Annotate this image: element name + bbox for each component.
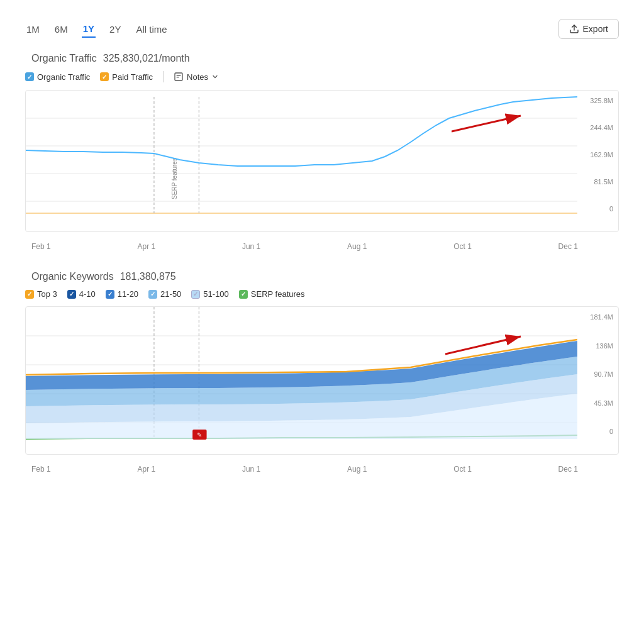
- filter-6m[interactable]: 6M: [53, 21, 69, 37]
- organic-keywords-svg-area: ✎: [26, 307, 577, 454]
- notes-icon: [174, 72, 184, 82]
- organic-traffic-checkbox: ✓: [25, 72, 34, 81]
- filter-all-time[interactable]: All time: [135, 21, 168, 37]
- 51to100-checkbox: ✓: [191, 290, 200, 299]
- legend-11to20[interactable]: ✓ 11-20: [106, 289, 138, 299]
- legend-21to50[interactable]: ✓ 21-50: [148, 289, 181, 299]
- export-icon: [569, 24, 579, 34]
- time-filters: 1M 6M 1Y 2Y All time: [25, 21, 169, 38]
- svg-line-13: [452, 116, 521, 131]
- filter-1m[interactable]: 1M: [25, 21, 41, 37]
- svg-text:✎: ✎: [197, 431, 202, 438]
- notes-button[interactable]: Notes: [174, 72, 219, 82]
- legend-organic-traffic[interactable]: ✓ Organic Traffic: [25, 72, 90, 82]
- time-filter-bar: 1M 6M 1Y 2Y All time Export: [25, 19, 619, 39]
- organic-traffic-section: Organic Traffic325,830,021/month ✓ Organ…: [25, 52, 619, 251]
- traffic-arrow: [452, 109, 527, 143]
- organic-keywords-x-axis: Feb 1 Apr 1 Jun 1 Aug 1 Oct 1 Dec 1: [25, 461, 619, 474]
- organic-keywords-legend: ✓ Top 3 ✓ 4-10 ✓ 11-20 ✓ 21-50 ✓ 51-100 …: [25, 289, 619, 299]
- filter-1y[interactable]: 1Y: [82, 21, 96, 38]
- organic-traffic-x-axis: Feb 1 Apr 1 Jun 1 Aug 1 Oct 1 Dec 1: [25, 238, 619, 251]
- chevron-down-icon: [211, 73, 219, 80]
- svg-text:SERP features: SERP features: [171, 158, 178, 199]
- paid-traffic-checkbox: ✓: [100, 72, 109, 81]
- organic-traffic-title: Organic Traffic325,830,021/month: [25, 52, 619, 65]
- 11to20-checkbox: ✓: [106, 290, 114, 299]
- organic-keywords-y-axis: 181.4M 136M 90.7M 45.3M 0: [577, 307, 618, 454]
- svg-line-23: [445, 336, 521, 354]
- organic-traffic-legend: ✓ Organic Traffic ✓ Paid Traffic Notes: [25, 71, 619, 82]
- organic-keywords-title: Organic Keywords181,380,875: [25, 270, 619, 283]
- organic-traffic-svg-area: SERP features: [26, 91, 577, 231]
- filter-2y[interactable]: 2Y: [108, 21, 122, 37]
- 21to50-checkbox: ✓: [148, 290, 157, 299]
- legend-paid-traffic[interactable]: ✓ Paid Traffic: [100, 72, 153, 82]
- keywords-arrow: [445, 329, 527, 366]
- organic-traffic-y-axis: 325.8M 244.4M 162.9M 81.5M 0: [577, 91, 618, 231]
- top3-checkbox: ✓: [25, 290, 34, 299]
- export-button[interactable]: Export: [558, 19, 619, 39]
- legend-top3[interactable]: ✓ Top 3: [25, 289, 57, 299]
- legend-divider: [163, 71, 164, 82]
- organic-keywords-section: Organic Keywords181,380,875 ✓ Top 3 ✓ 4-…: [25, 270, 619, 474]
- legend-4to10[interactable]: ✓ 4-10: [67, 289, 96, 299]
- legend-serp-features[interactable]: ✓ SERP features: [239, 289, 305, 299]
- serp-features-checkbox: ✓: [239, 290, 248, 299]
- 4to10-checkbox: ✓: [67, 290, 76, 299]
- legend-51to100[interactable]: ✓ 51-100: [191, 289, 228, 299]
- organic-keywords-chart: ✎ 181.4M 136M: [25, 306, 619, 455]
- organic-traffic-chart: SERP features: [25, 90, 619, 232]
